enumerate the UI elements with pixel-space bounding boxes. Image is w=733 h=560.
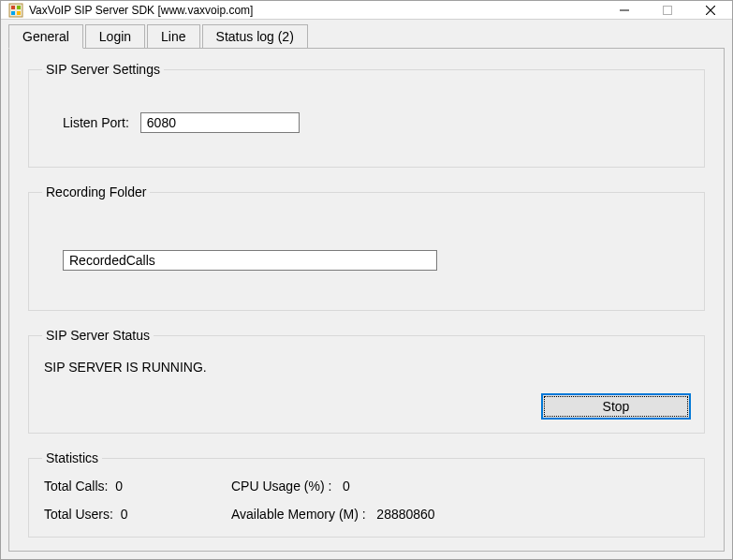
maximize-button[interactable] (646, 1, 689, 19)
close-button[interactable] (689, 1, 732, 19)
tab-line[interactable]: Line (147, 24, 199, 48)
app-window: VaxVoIP SIP Server SDK [www.vaxvoip.com]… (0, 0, 733, 560)
tab-strip: General Login Line Status log (2) (8, 23, 725, 48)
legend-sip-server-status: SIP Server Status (42, 328, 154, 343)
total-users-value: 0 (121, 507, 128, 522)
total-users: Total Users: 0 (44, 507, 231, 522)
client-area: General Login Line Status log (2) SIP Se… (1, 20, 732, 559)
svg-rect-6 (664, 6, 672, 14)
svg-rect-1 (11, 6, 15, 9)
total-calls-value: 0 (115, 479, 123, 494)
tab-general[interactable]: General (8, 24, 83, 49)
legend-recording-folder: Recording Folder (42, 184, 150, 199)
legend-sip-server-settings: SIP Server Settings (42, 62, 164, 77)
cpu-usage-label: CPU Usage (%) : (231, 479, 331, 494)
group-sip-server-status: SIP Server Status SIP SERVER IS RUNNING.… (28, 328, 705, 434)
minimize-button[interactable] (603, 1, 646, 19)
cpu-usage: CPU Usage (%) : 0 (231, 479, 689, 494)
recording-folder-input[interactable] (63, 250, 437, 271)
cpu-usage-value: 0 (343, 479, 350, 494)
titlebar: VaxVoIP SIP Server SDK [www.vaxvoip.com] (1, 1, 732, 20)
stop-button[interactable]: Stop (541, 393, 691, 420)
listen-port-input[interactable] (140, 112, 300, 133)
legend-statistics: Statistics (42, 450, 102, 465)
tab-page-general: SIP Server Settings Listen Port: Recordi… (8, 48, 725, 552)
tab-login[interactable]: Login (85, 24, 145, 48)
svg-rect-4 (17, 11, 21, 15)
listen-port-label: Listen Port: (63, 115, 129, 130)
svg-rect-3 (11, 11, 15, 15)
server-status-text: SIP SERVER IS RUNNING. (44, 360, 691, 375)
total-calls-label: Total Calls: (44, 479, 108, 494)
window-title: VaxVoIP SIP Server SDK [www.vaxvoip.com] (29, 4, 603, 17)
group-statistics: Statistics Total Calls: 0 CPU Usage (%) … (28, 450, 705, 538)
tab-status-log[interactable]: Status log (2) (202, 24, 308, 48)
group-sip-server-settings: SIP Server Settings Listen Port: (28, 62, 705, 168)
available-memory-value: 28880860 (376, 507, 434, 522)
total-users-label: Total Users: (44, 507, 113, 522)
available-memory: Available Memory (M) : 28880860 (231, 507, 689, 522)
available-memory-label: Available Memory (M) : (231, 507, 366, 522)
app-icon (8, 3, 23, 18)
svg-rect-2 (17, 6, 21, 9)
window-buttons (603, 1, 732, 19)
group-recording-folder: Recording Folder (28, 184, 705, 311)
total-calls: Total Calls: 0 (44, 479, 231, 494)
